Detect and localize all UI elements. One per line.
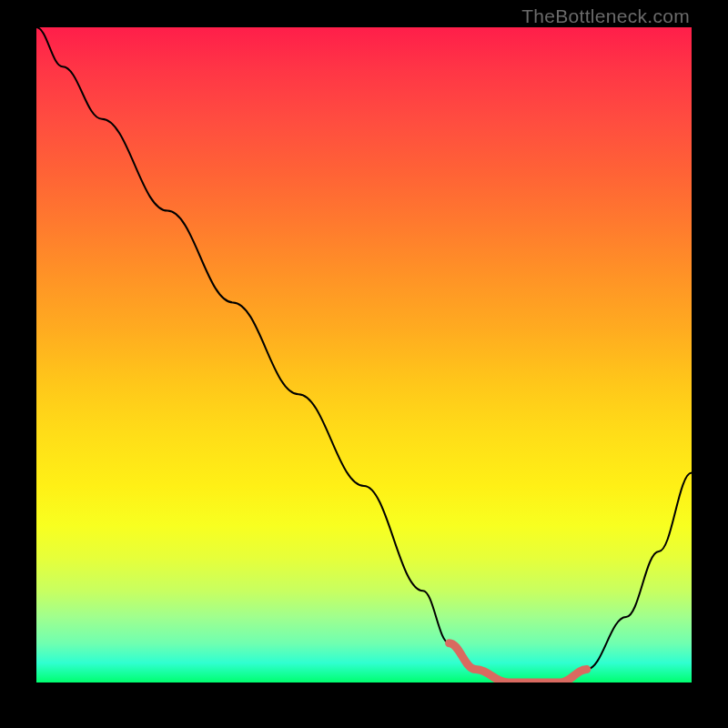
watermark-text: TheBottleneck.com	[521, 5, 690, 27]
curve-svg	[36, 27, 692, 682]
bottleneck-floor	[450, 643, 587, 682]
plot-area	[36, 27, 692, 682]
chart-container: TheBottleneck.com	[0, 0, 728, 728]
bottleneck-curve	[36, 27, 692, 682]
